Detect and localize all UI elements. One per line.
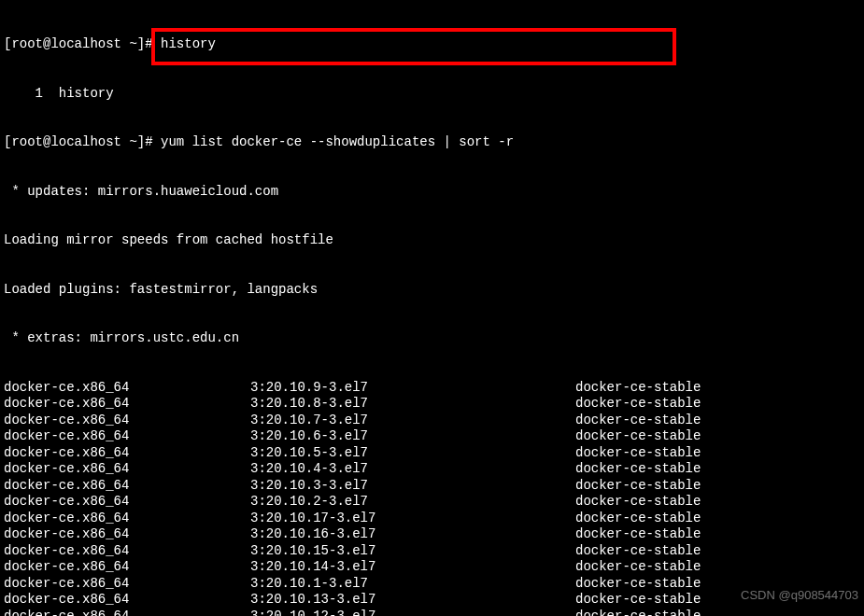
package-name: docker-ce.x86_64 [4, 413, 250, 429]
package-version: 3:20.10.1-3.el7 [250, 576, 575, 593]
package-name: docker-ce.x86_64 [4, 396, 250, 413]
package-row: docker-ce.x86_643:20.10.3-3.el7docker-ce… [4, 478, 860, 495]
package-version: 3:20.10.4-3.el7 [250, 461, 575, 478]
package-row: docker-ce.x86_643:20.10.6-3.el7docker-ce… [4, 428, 860, 445]
package-repo: docker-ce-stable [575, 396, 701, 413]
package-version: 3:20.10.13-3.el7 [250, 592, 575, 609]
package-version: 3:20.10.15-3.el7 [250, 543, 575, 560]
prompt: [root@localhost ~]# [4, 36, 161, 51]
package-row: docker-ce.x86_643:20.10.16-3.el7docker-c… [4, 526, 860, 543]
package-repo: docker-ce-stable [575, 609, 701, 617]
package-repo: docker-ce-stable [575, 592, 701, 609]
yum-loading: Loading mirror speeds from cached hostfi… [4, 232, 860, 249]
package-version: 3:20.10.17-3.el7 [250, 511, 575, 527]
package-version: 3:20.10.2-3.el7 [250, 494, 575, 511]
package-row: docker-ce.x86_643:20.10.8-3.el7docker-ce… [4, 396, 860, 413]
package-row: docker-ce.x86_643:20.10.9-3.el7docker-ce… [4, 380, 860, 397]
package-name: docker-ce.x86_64 [4, 494, 250, 511]
package-version: 3:20.10.5-3.el7 [250, 445, 575, 462]
package-row: docker-ce.x86_643:20.10.2-3.el7docker-ce… [4, 494, 860, 511]
package-repo: docker-ce-stable [575, 526, 701, 543]
package-row: docker-ce.x86_643:20.10.7-3.el7docker-ce… [4, 413, 860, 429]
package-name: docker-ce.x86_64 [4, 478, 250, 495]
package-name: docker-ce.x86_64 [4, 592, 250, 609]
package-version: 3:20.10.16-3.el7 [250, 526, 575, 543]
package-row: docker-ce.x86_643:20.10.14-3.el7docker-c… [4, 559, 860, 576]
package-name: docker-ce.x86_64 [4, 461, 250, 478]
package-repo: docker-ce-stable [575, 445, 701, 462]
watermark: CSDN @q908544703 [741, 588, 858, 603]
package-row: docker-ce.x86_643:20.10.17-3.el7docker-c… [4, 511, 860, 527]
package-version: 3:20.10.8-3.el7 [250, 396, 575, 413]
package-version: 3:20.10.14-3.el7 [250, 559, 575, 576]
package-list: docker-ce.x86_643:20.10.9-3.el7docker-ce… [4, 380, 860, 617]
package-name: docker-ce.x86_64 [4, 609, 250, 617]
yum-loaded-plugins: Loaded plugins: fastestmirror, langpacks [4, 282, 860, 299]
history-entry: 1 history [4, 86, 860, 103]
package-repo: docker-ce-stable [575, 478, 701, 495]
package-repo: docker-ce-stable [575, 413, 701, 429]
package-version: 3:20.10.3-3.el7 [250, 478, 575, 495]
package-row: docker-ce.x86_643:20.10.15-3.el7docker-c… [4, 543, 860, 560]
package-version: 3:20.10.12-3.el7 [250, 609, 575, 617]
package-row: docker-ce.x86_643:20.10.5-3.el7docker-ce… [4, 445, 860, 462]
package-version: 3:20.10.6-3.el7 [250, 428, 575, 445]
package-repo: docker-ce-stable [575, 511, 701, 527]
package-repo: docker-ce-stable [575, 380, 701, 397]
package-repo: docker-ce-stable [575, 428, 701, 445]
package-version: 3:20.10.9-3.el7 [250, 380, 575, 397]
package-name: docker-ce.x86_64 [4, 380, 250, 397]
package-name: docker-ce.x86_64 [4, 428, 250, 445]
package-name: docker-ce.x86_64 [4, 526, 250, 543]
package-repo: docker-ce-stable [575, 559, 701, 576]
terminal-output[interactable]: [root@localhost ~]# history 1 history [r… [4, 4, 860, 616]
package-name: docker-ce.x86_64 [4, 559, 250, 576]
package-row: docker-ce.x86_643:20.10.12-3.el7docker-c… [4, 609, 860, 617]
package-name: docker-ce.x86_64 [4, 445, 250, 462]
package-name: docker-ce.x86_64 [4, 511, 250, 527]
package-row: docker-ce.x86_643:20.10.13-3.el7docker-c… [4, 592, 860, 609]
yum-updates-mirror: * updates: mirrors.huaweicloud.com [4, 184, 860, 201]
package-version: 3:20.10.7-3.el7 [250, 413, 575, 429]
package-repo: docker-ce-stable [575, 543, 701, 560]
command-yum-list: yum list docker-ce --showduplicates | so… [161, 134, 514, 149]
package-row: docker-ce.x86_643:20.10.4-3.el7docker-ce… [4, 461, 860, 478]
command-history: history [161, 36, 216, 51]
package-repo: docker-ce-stable [575, 461, 701, 478]
prompt: [root@localhost ~]# [4, 134, 161, 149]
package-row: docker-ce.x86_643:20.10.1-3.el7docker-ce… [4, 576, 860, 593]
package-repo: docker-ce-stable [575, 494, 701, 511]
package-name: docker-ce.x86_64 [4, 543, 250, 560]
package-repo: docker-ce-stable [575, 576, 701, 593]
package-name: docker-ce.x86_64 [4, 576, 250, 593]
yum-extras-mirror: * extras: mirrors.ustc.edu.cn [4, 330, 860, 347]
